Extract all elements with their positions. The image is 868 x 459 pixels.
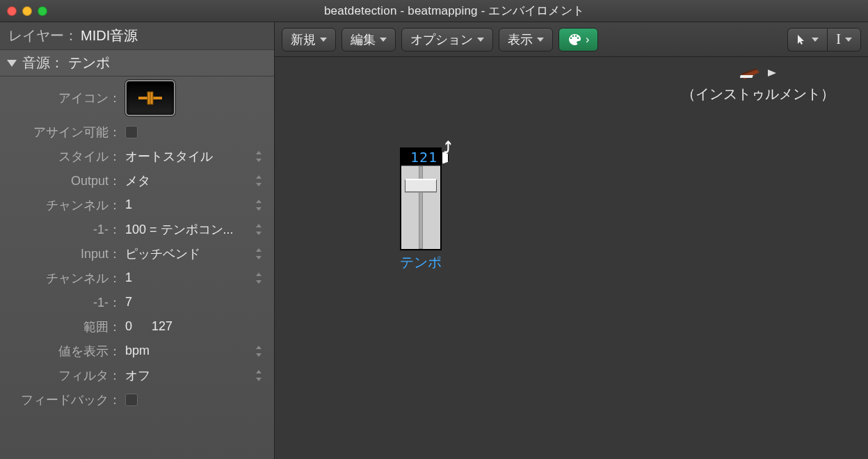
icon-picker[interactable] [125, 80, 175, 116]
assignable-checkbox[interactable] [125, 126, 138, 138]
environment-canvas[interactable]: ⤴ 121 テンポ [275, 57, 868, 459]
updown-arrows-icon [255, 151, 263, 162]
keyboard-instrument-icon [740, 65, 761, 81]
pointer-icon [796, 34, 807, 45]
show-value-select[interactable]: bpm [125, 344, 274, 358]
out-channel-value: 1 [125, 198, 132, 212]
out-neg1-label: -1-： [0, 221, 125, 238]
instrument-label[interactable]: （インストゥルメント） [682, 85, 835, 104]
style-label: スタイル： [0, 148, 125, 165]
midi-thru-button[interactable]: › [558, 28, 598, 51]
output-value: メタ [125, 172, 150, 189]
output-label: Output： [0, 172, 125, 189]
in-channel-value: 1 [125, 271, 132, 285]
zoom-window-icon[interactable] [38, 6, 47, 16]
new-menu[interactable]: 新規 [282, 28, 336, 51]
out-neg1-value: 100 = テンポコン... [125, 221, 234, 238]
source-value: テンポ [68, 54, 110, 72]
updown-arrows-icon [255, 346, 263, 357]
pointer-tool[interactable] [787, 28, 827, 51]
tempo-fader-object[interactable]: ⤴ 121 テンポ [400, 147, 442, 272]
updown-arrows-icon [255, 273, 263, 284]
show-value-value: bpm [125, 344, 150, 358]
layer-value: MIDI音源 [81, 26, 138, 45]
titlebar: beatdetection - beatmapping - エンバイロメント [0, 0, 868, 22]
range-label: 範囲： [0, 319, 125, 335]
tempo-object-label[interactable]: テンポ [400, 253, 442, 272]
chevron-right-icon: › [586, 33, 589, 46]
instrument-object[interactable]: （インストゥルメント） [682, 64, 835, 104]
updown-arrows-icon [255, 248, 263, 259]
layer-label: レイヤー： [8, 26, 78, 45]
in-neg1-label: -1-： [0, 294, 125, 311]
fader-value[interactable]: 121 [401, 149, 440, 166]
range-min[interactable]: 0 [125, 319, 132, 334]
canvas-toolbar: 新規 編集 オプション 表示 › I [275, 22, 868, 57]
svg-rect-5 [740, 75, 753, 78]
chevron-down-icon [845, 38, 852, 42]
show-value-label: 値を表示： [0, 343, 125, 360]
traffic-lights [7, 6, 47, 16]
disclosure-triangle-icon[interactable] [7, 60, 17, 67]
chevron-down-icon [320, 38, 327, 42]
updown-arrows-icon [255, 370, 263, 381]
layer-selector[interactable]: レイヤー： MIDI音源 [0, 22, 274, 50]
out-neg1-select[interactable]: 100 = テンポコン... [125, 221, 274, 238]
chevron-down-icon [477, 38, 484, 42]
new-menu-label: 新規 [291, 31, 316, 48]
source-header[interactable]: 音源： テンポ [0, 50, 274, 76]
in-neg1-value[interactable]: 7 [125, 295, 132, 309]
fader-icon [138, 89, 162, 107]
filter-select[interactable]: オフ [125, 367, 274, 384]
style-value: オートスタイル [125, 148, 213, 165]
in-channel-label: チャンネル： [0, 270, 125, 287]
range-max[interactable]: 127 [152, 319, 172, 334]
inspector-sidebar: レイヤー： MIDI音源 音源： テンポ アイコン： [0, 22, 275, 459]
icon-label: アイコン： [0, 90, 125, 106]
edit-menu[interactable]: 編集 [341, 28, 396, 51]
feedback-checkbox[interactable] [125, 394, 138, 406]
close-window-icon[interactable] [7, 6, 17, 16]
filter-label: フィルタ： [0, 367, 125, 384]
input-select[interactable]: ピッチベンド [125, 245, 274, 262]
palette-icon [568, 33, 581, 46]
out-channel-select[interactable]: 1 [125, 198, 274, 212]
in-channel-select[interactable]: 1 [125, 271, 274, 285]
options-menu[interactable]: オプション [401, 28, 493, 51]
window-title: beatdetection - beatmapping - エンバイロメント [47, 3, 861, 19]
view-menu[interactable]: 表示 [499, 28, 553, 51]
fader-track[interactable] [401, 166, 440, 249]
filter-value: オフ [125, 367, 150, 384]
updown-arrows-icon [255, 224, 263, 235]
output-select[interactable]: メタ [125, 172, 274, 189]
fader-thumb[interactable] [405, 179, 437, 193]
chevron-down-icon [380, 38, 387, 42]
input-value: ピッチベンド [125, 245, 200, 262]
source-label: 音源： [22, 54, 64, 72]
style-select[interactable]: オートスタイル [125, 148, 274, 165]
view-menu-label: 表示 [508, 31, 533, 48]
edit-menu-label: 編集 [351, 31, 376, 48]
chevron-down-icon [537, 38, 544, 42]
updown-arrows-icon [255, 200, 263, 211]
output-flag-icon[interactable] [768, 70, 776, 76]
feedback-label: フィードバック： [0, 392, 125, 408]
options-menu-label: オプション [410, 31, 473, 48]
chevron-down-icon [812, 38, 819, 42]
environment-canvas-area: 新規 編集 オプション 表示 › I ⤴ [275, 22, 868, 459]
text-tool[interactable]: I [827, 28, 861, 51]
text-cursor-icon: I [836, 31, 841, 47]
out-channel-label: チャンネル： [0, 197, 125, 214]
input-label: Input： [0, 245, 125, 262]
updown-arrows-icon [255, 175, 263, 186]
assignable-label: アサイン可能： [0, 124, 125, 140]
minimize-window-icon[interactable] [22, 6, 32, 16]
